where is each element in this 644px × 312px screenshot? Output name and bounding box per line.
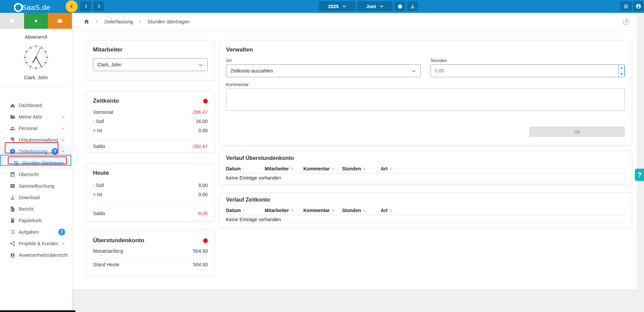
app-window: SaaS.de 2025 Juni	[0, 0, 644, 312]
column-header-datum[interactable]: Datum↑	[226, 166, 265, 171]
zeitkonto-row-vormonat: Vormonat -266,47	[93, 107, 208, 117]
nav-back-button[interactable]	[80, 1, 91, 11]
stunden-input[interactable]: 0.00	[431, 64, 625, 77]
verwalten-card-title: Verwalten	[226, 46, 625, 53]
sidebar-item-download[interactable]: Download	[0, 192, 72, 203]
status-absent-button[interactable]	[0, 13, 24, 29]
column-header-mitarbeiter[interactable]: Mitarbeiter↑↓	[265, 166, 303, 171]
checklist-icon	[10, 229, 16, 235]
chevron-down-icon	[61, 126, 65, 130]
logo-text: SaaS.de	[22, 3, 50, 12]
heute-row-ist: + Ist 0,00	[93, 190, 208, 199]
verlauf-ueberstundenkonto-title: Verlauf Überstundenkonto	[226, 155, 625, 161]
sidebar-item-aufgaben[interactable]: Aufgaben 7	[0, 226, 72, 238]
month-select[interactable]: Juni	[357, 1, 393, 11]
status-present-button[interactable]	[24, 13, 48, 29]
stunden-label: Stunden	[431, 58, 625, 63]
apps-grid-button[interactable]	[620, 1, 632, 11]
vacation-palm-icon	[10, 137, 16, 143]
sort-both-icon: ↑↓	[332, 208, 334, 213]
id-badge-icon	[10, 252, 16, 258]
export-download-button[interactable]	[407, 1, 418, 11]
sidebar-item-stunden-uebertragen[interactable]: Stunden übertragen	[0, 157, 72, 169]
table-empty-row: Keine Einträge vorhanden	[226, 173, 625, 182]
column-header-stunden[interactable]: Stunden↑↓	[342, 166, 381, 171]
employee-select-value: Clark, John	[97, 62, 121, 67]
sidebar-item-dashboard[interactable]: Dashboard	[0, 100, 72, 111]
kommentar-textarea[interactable]	[226, 88, 625, 111]
table-empty-row: Keine Einträge vorhanden	[226, 215, 625, 224]
download-icon	[10, 194, 16, 201]
column-header-kommentar[interactable]: Kommentar↑↓	[303, 208, 342, 213]
column-header-stunden[interactable]: Stunden↑↓	[342, 208, 381, 213]
stack-icon	[10, 183, 16, 189]
feedback-help-tab[interactable]: ?	[635, 169, 644, 181]
sidebar-item-bericht[interactable]: Bericht	[0, 203, 72, 215]
table-header-row: Datum↑ Mitarbeiter↑↓ Kommentar↑↓ Stunden…	[226, 206, 625, 215]
sort-both-icon: ↑↓	[363, 166, 365, 171]
taskbar-fragment	[0, 310, 75, 312]
zeiterfassung-badge: 7	[52, 148, 58, 155]
ueberstundenkonto-card-title: Überstundenkonto	[93, 237, 144, 244]
sidebar-item-urlaubsverwaltung[interactable]: Urlaubsverwaltung	[0, 134, 72, 146]
sort-both-icon: ↑↓	[291, 208, 293, 213]
ueberstunden-row-stand: Stand Heute 504,93	[93, 258, 208, 267]
sidebar-item-personal[interactable]: Personal	[0, 123, 72, 134]
page-help-icon[interactable]: ?	[623, 19, 629, 25]
ok-button[interactable]: Ok	[529, 127, 625, 137]
sidebar-item-sammelbuchung[interactable]: Sammelbuchung	[0, 180, 72, 192]
chevron-down-icon	[379, 4, 384, 8]
sidebar-item-zeiterfassung[interactable]: Zeiterfassung 7	[0, 146, 72, 157]
art-select-value: Zeitkonto auszahlen	[230, 68, 273, 74]
presence-toggle	[0, 13, 72, 29]
zeitkonto-card: Zeitkonto Vormonat -266,47 - Soll 16,00 …	[86, 91, 215, 152]
art-select[interactable]: Zeitkonto auszahlen	[226, 64, 421, 77]
chevron-down-icon	[411, 68, 416, 75]
breadcrumb-zeiterfassung[interactable]: Zeiterfassung	[104, 19, 133, 24]
column-header-art[interactable]: Art↑↓	[381, 166, 419, 171]
sidebar-item-uebersicht[interactable]: Übersicht	[0, 169, 72, 180]
sidebar-item-meine-akte[interactable]: Meine Akte	[0, 111, 72, 123]
column-header-datum[interactable]: Datum↑	[226, 208, 265, 213]
triangle-up-icon	[620, 67, 623, 69]
column-header-art[interactable]: Art↑↓	[381, 208, 419, 213]
user-account-button[interactable]	[633, 1, 644, 11]
play-icon	[33, 18, 39, 24]
ueberstundenkonto-card: Überstundenkonto Monatsanfang 504,93 Sta…	[86, 231, 215, 276]
sidebar-item-papierkorb[interactable]: Papierkorb	[0, 215, 72, 226]
chevron-up-icon	[61, 149, 65, 153]
sidebar-item-projekte-kunden[interactable]: Projekte & Kunden	[0, 238, 72, 249]
chevron-left-icon	[84, 4, 88, 8]
nav-forward-button[interactable]	[93, 1, 104, 11]
heute-card: Heute - Soll 8,00 + Ist 0,00 Saldo -8,00	[86, 163, 215, 222]
chevron-down-icon	[198, 62, 203, 68]
download-icon	[410, 4, 415, 9]
alert-dot-icon	[203, 238, 208, 243]
spinner-down-button[interactable]	[619, 71, 624, 77]
month-value: Juni	[366, 4, 376, 9]
sort-asc-icon: ↑	[243, 166, 244, 171]
spinner-up-button[interactable]	[619, 65, 624, 71]
column-header-kommentar[interactable]: Kommentar↑↓	[303, 166, 342, 171]
number-spinner	[619, 64, 625, 77]
stop-icon	[10, 18, 15, 23]
sidebar-collapse-button[interactable]	[65, 0, 78, 13]
employee-select[interactable]: Clark, John	[93, 58, 208, 71]
year-select[interactable]: 2025	[319, 1, 356, 11]
art-label: Art	[226, 58, 421, 63]
sidebar-user-name: Clark, John	[0, 75, 72, 87]
chevron-left-icon	[69, 4, 74, 9]
breadcrumb-stunden-uebertragen[interactable]: Stunden übertragen	[148, 19, 190, 24]
mitarbeiter-card: Mitarbeiter Clark, John	[86, 40, 215, 80]
chevron-down-icon	[61, 138, 65, 142]
status-business-button[interactable]	[48, 13, 72, 29]
column-header-mitarbeiter[interactable]: Mitarbeiter↑↓	[265, 208, 303, 213]
print-button[interactable]	[395, 1, 405, 11]
app-logo: SaaS.de	[12, 1, 50, 14]
alert-dot-icon	[203, 99, 208, 103]
sidebar-item-anwesenheitsuebersicht[interactable]: Anwesenheitsübersicht	[0, 249, 72, 261]
home-icon[interactable]	[83, 19, 90, 25]
stunden-input-value: 0.00	[435, 68, 444, 74]
sort-both-icon: ↑↓	[332, 166, 334, 171]
dashboard-icon	[10, 102, 16, 108]
